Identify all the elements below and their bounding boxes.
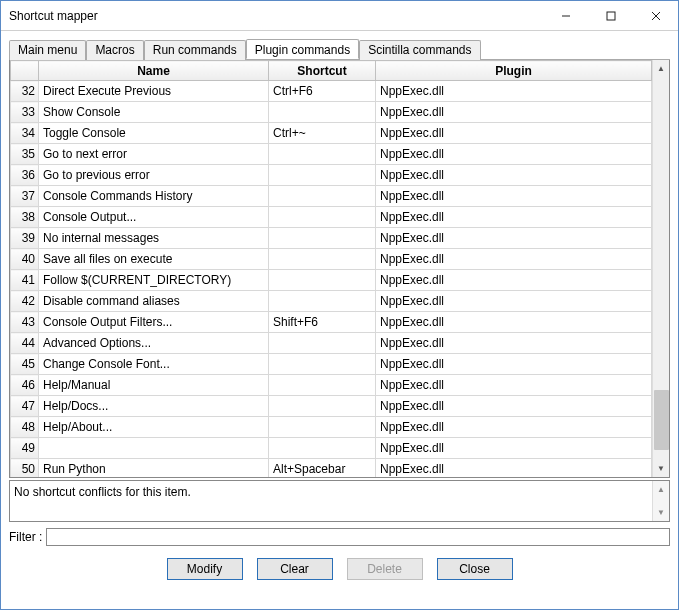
row-plugin: NppExec.dll bbox=[376, 417, 652, 438]
table-row[interactable]: 41Follow $(CURRENT_DIRECTORY)NppExec.dll bbox=[11, 270, 652, 291]
row-name: Follow $(CURRENT_DIRECTORY) bbox=[39, 270, 269, 291]
row-plugin: NppExec.dll bbox=[376, 375, 652, 396]
column-header-plugin[interactable]: Plugin bbox=[376, 61, 652, 81]
table-scrollbar[interactable]: ▲ ▼ bbox=[652, 60, 669, 477]
column-header-shortcut[interactable]: Shortcut bbox=[269, 61, 376, 81]
row-name: Disable command aliases bbox=[39, 291, 269, 312]
close-button[interactable] bbox=[633, 1, 678, 30]
row-index: 33 bbox=[11, 102, 39, 123]
status-scrollbar[interactable]: ▲ ▼ bbox=[652, 481, 669, 521]
row-shortcut: Ctrl+~ bbox=[269, 123, 376, 144]
row-index: 38 bbox=[11, 207, 39, 228]
row-shortcut bbox=[269, 270, 376, 291]
table-row[interactable]: 47Help/Docs...NppExec.dll bbox=[11, 396, 652, 417]
table-row[interactable]: 35Go to next errorNppExec.dll bbox=[11, 144, 652, 165]
tab-macros[interactable]: Macros bbox=[86, 40, 143, 60]
row-shortcut bbox=[269, 144, 376, 165]
table-row[interactable]: 36Go to previous errorNppExec.dll bbox=[11, 165, 652, 186]
row-shortcut bbox=[269, 228, 376, 249]
status-scroll-down-icon[interactable]: ▼ bbox=[653, 504, 669, 521]
maximize-button[interactable] bbox=[588, 1, 633, 30]
row-name: Toggle Console bbox=[39, 123, 269, 144]
row-index: 44 bbox=[11, 333, 39, 354]
filter-label: Filter : bbox=[9, 530, 44, 544]
row-index: 43 bbox=[11, 312, 39, 333]
row-index: 48 bbox=[11, 417, 39, 438]
row-plugin: NppExec.dll bbox=[376, 144, 652, 165]
row-index: 50 bbox=[11, 459, 39, 478]
row-plugin: NppExec.dll bbox=[376, 291, 652, 312]
row-shortcut bbox=[269, 165, 376, 186]
table-row[interactable]: 33Show ConsoleNppExec.dll bbox=[11, 102, 652, 123]
row-name bbox=[39, 438, 269, 459]
row-name: Advanced Options... bbox=[39, 333, 269, 354]
row-name: Help/About... bbox=[39, 417, 269, 438]
row-plugin: NppExec.dll bbox=[376, 396, 652, 417]
row-name: Go to previous error bbox=[39, 165, 269, 186]
row-index: 45 bbox=[11, 354, 39, 375]
row-shortcut bbox=[269, 354, 376, 375]
row-index: 36 bbox=[11, 165, 39, 186]
row-name: Save all files on execute bbox=[39, 249, 269, 270]
status-text: No shortcut conflicts for this item. bbox=[14, 485, 191, 499]
close-dialog-button[interactable]: Close bbox=[437, 558, 513, 580]
row-plugin: NppExec.dll bbox=[376, 354, 652, 375]
row-plugin: NppExec.dll bbox=[376, 333, 652, 354]
row-shortcut: Ctrl+F6 bbox=[269, 81, 376, 102]
table-row[interactable]: 49NppExec.dll bbox=[11, 438, 652, 459]
row-index: 39 bbox=[11, 228, 39, 249]
delete-button: Delete bbox=[347, 558, 423, 580]
shortcut-table-wrap: Name Shortcut Plugin 32Direct Execute Pr… bbox=[9, 60, 670, 478]
row-index: 42 bbox=[11, 291, 39, 312]
row-shortcut bbox=[269, 186, 376, 207]
status-scroll-up-icon[interactable]: ▲ bbox=[653, 481, 669, 498]
row-plugin: NppExec.dll bbox=[376, 81, 652, 102]
tab-main-menu[interactable]: Main menu bbox=[9, 40, 86, 60]
table-row[interactable]: 39No internal messagesNppExec.dll bbox=[11, 228, 652, 249]
tab-plugin-commands[interactable]: Plugin commands bbox=[246, 39, 359, 59]
column-header-index[interactable] bbox=[11, 61, 39, 81]
row-plugin: NppExec.dll bbox=[376, 249, 652, 270]
modify-button[interactable]: Modify bbox=[167, 558, 243, 580]
scroll-thumb[interactable] bbox=[654, 390, 669, 450]
table-row[interactable]: 43Console Output Filters...Shift+F6NppEx… bbox=[11, 312, 652, 333]
clear-button[interactable]: Clear bbox=[257, 558, 333, 580]
row-shortcut bbox=[269, 417, 376, 438]
row-index: 34 bbox=[11, 123, 39, 144]
tab-run-commands[interactable]: Run commands bbox=[144, 40, 246, 60]
tab-scintilla-commands[interactable]: Scintilla commands bbox=[359, 40, 480, 60]
row-index: 46 bbox=[11, 375, 39, 396]
table-row[interactable]: 44Advanced Options...NppExec.dll bbox=[11, 333, 652, 354]
row-shortcut: Shift+F6 bbox=[269, 312, 376, 333]
table-row[interactable]: 45Change Console Font...NppExec.dll bbox=[11, 354, 652, 375]
table-row[interactable]: 48Help/About...NppExec.dll bbox=[11, 417, 652, 438]
table-row[interactable]: 42Disable command aliasesNppExec.dll bbox=[11, 291, 652, 312]
table-row[interactable]: 40Save all files on executeNppExec.dll bbox=[11, 249, 652, 270]
row-index: 40 bbox=[11, 249, 39, 270]
table-row[interactable]: 32Direct Execute PreviousCtrl+F6NppExec.… bbox=[11, 81, 652, 102]
minimize-button[interactable] bbox=[543, 1, 588, 30]
column-header-name[interactable]: Name bbox=[39, 61, 269, 81]
svg-rect-1 bbox=[607, 12, 615, 20]
row-index: 41 bbox=[11, 270, 39, 291]
row-plugin: NppExec.dll bbox=[376, 312, 652, 333]
tab-bar: Main menuMacrosRun commandsPlugin comman… bbox=[9, 39, 670, 60]
scroll-up-icon[interactable]: ▲ bbox=[653, 60, 669, 77]
row-plugin: NppExec.dll bbox=[376, 165, 652, 186]
filter-input[interactable] bbox=[46, 528, 670, 546]
row-index: 35 bbox=[11, 144, 39, 165]
row-plugin: NppExec.dll bbox=[376, 228, 652, 249]
row-plugin: NppExec.dll bbox=[376, 186, 652, 207]
row-index: 32 bbox=[11, 81, 39, 102]
table-row[interactable]: 38Console Output...NppExec.dll bbox=[11, 207, 652, 228]
row-index: 47 bbox=[11, 396, 39, 417]
table-row[interactable]: 46Help/ManualNppExec.dll bbox=[11, 375, 652, 396]
row-plugin: NppExec.dll bbox=[376, 459, 652, 478]
row-shortcut bbox=[269, 102, 376, 123]
table-row[interactable]: 37Console Commands HistoryNppExec.dll bbox=[11, 186, 652, 207]
table-row[interactable]: 34Toggle ConsoleCtrl+~NppExec.dll bbox=[11, 123, 652, 144]
row-name: Show Console bbox=[39, 102, 269, 123]
row-plugin: NppExec.dll bbox=[376, 123, 652, 144]
scroll-down-icon[interactable]: ▼ bbox=[653, 460, 669, 477]
table-row[interactable]: 50Run PythonAlt+SpacebarNppExec.dll bbox=[11, 459, 652, 478]
